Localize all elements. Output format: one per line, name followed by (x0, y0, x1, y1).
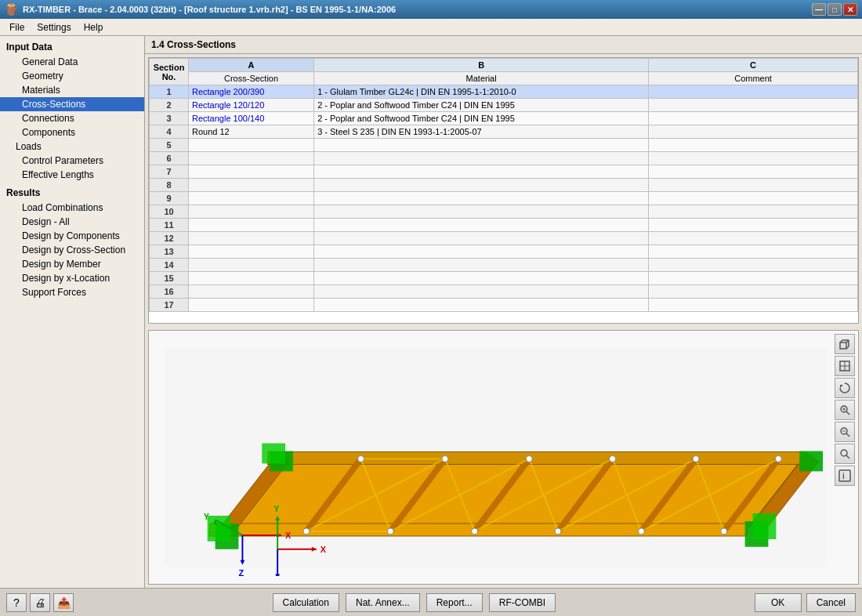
sidebar-item-effective-lengths[interactable]: Effective Lengths (0, 168, 144, 182)
sidebar-item-general-data[interactable]: General Data (0, 55, 144, 69)
svg-marker-59 (275, 574, 280, 576)
table-row[interactable]: 1Rectangle 200/3901 - Glulam Timber GL24… (150, 85, 858, 99)
table-row[interactable]: 3Rectangle 100/1402 - Poplar and Softwoo… (150, 112, 858, 125)
export-button[interactable]: 📤 (53, 593, 74, 612)
sidebar-item-materials[interactable]: Materials (0, 83, 144, 97)
table-row[interactable]: 9 (150, 192, 858, 205)
table-row[interactable]: 15 (150, 272, 858, 285)
help-button[interactable]: ? (6, 593, 27, 612)
comment-cell (649, 99, 858, 112)
svg-text:Y: Y (204, 512, 210, 521)
table-row[interactable]: 13 (150, 245, 858, 259)
row-number: 14 (150, 259, 189, 272)
title-text: RX-TIMBER - Brace - 2.04.0003 (32bit) - … (23, 5, 396, 14)
sidebar-item-loads[interactable]: Loads (0, 140, 144, 154)
cross-sections-table[interactable]: SectionNo. A B C Cross-Section Material … (148, 57, 859, 324)
table-row[interactable]: 14 (150, 259, 858, 272)
svg-point-37 (358, 456, 364, 462)
sidebar-item-design-by-x-location[interactable]: Design by x-Location (0, 271, 144, 285)
row-number: 12 (150, 232, 189, 245)
sidebar-item-connections[interactable]: Connections (0, 111, 144, 125)
svg-point-33 (472, 528, 478, 534)
menu-file[interactable]: File (3, 20, 31, 34)
view-toolbar: i (835, 334, 855, 486)
print-button[interactable]: 🖨 (30, 593, 50, 612)
view-front-button[interactable] (835, 356, 855, 376)
table-row[interactable]: 17 (150, 299, 858, 312)
material-subheader: Material (314, 72, 649, 85)
row-number: 2 (150, 99, 189, 112)
svg-point-36 (721, 528, 727, 534)
cross-section-cell (189, 259, 314, 272)
sidebar-item-load-combinations[interactable]: Load Combinations (0, 201, 144, 215)
cross-section-cell (189, 245, 314, 259)
table-row[interactable]: 2Rectangle 120/1202 - Poplar and Softwoo… (150, 99, 858, 112)
footer: ? 🖨 📤 Calculation Nat. Annex... Report..… (0, 588, 862, 616)
svg-line-79 (846, 455, 849, 458)
material-cell (314, 152, 649, 165)
svg-point-34 (555, 528, 561, 534)
zoom-fit-button[interactable] (835, 400, 855, 420)
row-number: 8 (150, 179, 189, 192)
report-button[interactable]: Report... (426, 593, 483, 612)
rf-combi-button[interactable]: RF-COMBI (489, 593, 556, 612)
row-number: 13 (150, 245, 189, 259)
zoom-custom-button[interactable] (835, 422, 855, 442)
window-controls: — □ ✕ (812, 3, 857, 16)
view-3d-button[interactable] (835, 334, 855, 354)
table-row[interactable]: 4Round 123 - Steel S 235 | DIN EN 1993-1… (150, 125, 858, 139)
table-row[interactable]: 8 (150, 179, 858, 192)
row-number: 10 (150, 205, 189, 219)
sidebar-item-design-by-member[interactable]: Design by Member (0, 257, 144, 271)
results-header: Results (0, 185, 144, 201)
comment-cell (649, 272, 858, 285)
sidebar-item-cross-sections[interactable]: Cross-Sections (0, 97, 144, 111)
nat-annex-button[interactable]: Nat. Annex... (346, 593, 420, 612)
cancel-button[interactable]: Cancel (806, 593, 856, 612)
material-cell: 2 - Poplar and Softwood Timber C24 | DIN… (314, 112, 649, 125)
menu-settings[interactable]: Settings (31, 20, 77, 34)
sidebar-item-control-parameters[interactable]: Control Parameters (0, 154, 144, 168)
rotate-button[interactable] (835, 378, 855, 398)
table-row[interactable]: 7 (150, 165, 858, 179)
row-number: 16 (150, 285, 189, 299)
minimize-button[interactable]: — (812, 3, 826, 16)
comment-cell (649, 165, 858, 179)
info-button[interactable]: i (835, 466, 855, 486)
ok-button[interactable]: OK (755, 593, 802, 612)
table-row[interactable]: 16 (150, 285, 858, 299)
sidebar-item-design-by-cross-section[interactable]: Design by Cross-Section (0, 243, 144, 257)
row-number: 17 (150, 299, 189, 312)
menu-help[interactable]: Help (78, 20, 110, 34)
comment-cell (649, 85, 858, 99)
svg-marker-27 (262, 444, 285, 464)
footer-left-buttons: ? 🖨 📤 (6, 593, 74, 612)
table-row[interactable]: 5 (150, 139, 858, 152)
material-cell (314, 165, 649, 179)
table-row[interactable]: 6 (150, 152, 858, 165)
sidebar-item-support-forces[interactable]: Support Forces (0, 285, 144, 299)
calculation-button[interactable]: Calculation (273, 593, 339, 612)
sidebar-item-design-all[interactable]: Design - All (0, 215, 144, 229)
structure-svg: X Y Z X Y (165, 339, 827, 576)
table-row[interactable]: 11 (150, 219, 858, 232)
svg-point-35 (638, 528, 644, 534)
col-b-header: B (314, 59, 649, 72)
material-cell (314, 192, 649, 205)
close-button[interactable]: ✕ (843, 3, 857, 16)
svg-point-39 (526, 456, 532, 462)
maximize-button[interactable]: □ (828, 3, 842, 16)
main-container: Input Data General Data Geometry Materia… (0, 36, 862, 588)
cross-section-subheader: Cross-Section (189, 72, 314, 85)
sidebar-item-components[interactable]: Components (0, 125, 144, 140)
svg-text:Z: Z (238, 568, 244, 576)
magnify-button[interactable] (835, 444, 855, 464)
sidebar-item-geometry[interactable]: Geometry (0, 69, 144, 83)
svg-marker-29 (753, 513, 777, 539)
sidebar-item-design-by-components[interactable]: Design by Components (0, 229, 144, 243)
table-row[interactable]: 12 (150, 232, 858, 245)
content-area: 1.4 Cross-Sections SectionNo. A B C Cros… (145, 36, 862, 588)
svg-marker-25 (208, 516, 231, 542)
svg-line-76 (846, 433, 849, 437)
table-row[interactable]: 10 (150, 205, 858, 219)
